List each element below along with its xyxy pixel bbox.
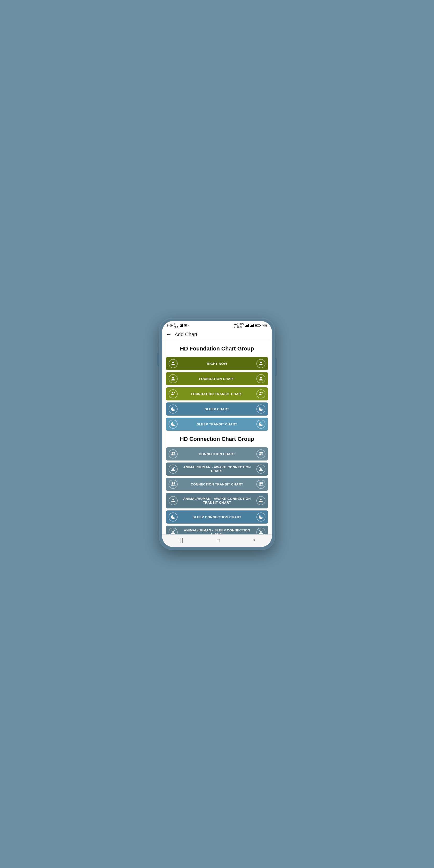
svg-point-33 <box>261 533 262 534</box>
connection-chart-icon-right <box>256 450 266 459</box>
svg-point-18 <box>172 482 173 484</box>
animal-awake-label: ANIMAL/HUMAN - AWAKE CONNECTION CHART <box>178 465 256 473</box>
nav-home-icon[interactable]: ◻ <box>217 537 220 543</box>
content-area[interactable]: HD Foundation Chart Group RIGHT NOW <box>162 340 272 534</box>
animal-awake-transit-icon-right <box>256 496 266 505</box>
sleep-connection-icon-left <box>168 513 178 522</box>
svg-point-2 <box>172 377 174 378</box>
animal-sleep-icon-left <box>168 528 178 534</box>
svg-point-17 <box>261 470 262 471</box>
battery-icon <box>255 324 261 327</box>
svg-point-29 <box>172 533 173 534</box>
animal-awake-transit-icon-left <box>168 496 178 505</box>
svg-point-9 <box>173 452 175 454</box>
right-now-icon-right <box>256 359 266 368</box>
animal-awake-transit-button[interactable]: ANIMAL/HUMAN - AWAKE CONNECTION TRANSIT … <box>166 493 268 508</box>
svg-point-32 <box>260 533 260 534</box>
svg-point-21 <box>261 482 263 484</box>
connection-group: HD Connection Chart Group CONNECTION CHA… <box>166 436 268 534</box>
sleep-chart-icon-left <box>168 404 178 413</box>
sleep-chart-label: SLEEP CHART <box>178 407 256 411</box>
connection-chart-label: CONNECTION CHART <box>178 452 256 456</box>
connection-transit-icon-right <box>256 480 266 489</box>
svg-point-10 <box>259 452 261 454</box>
svg-point-24 <box>174 502 174 502</box>
svg-point-14 <box>174 470 174 471</box>
status-bar: 8:00 0KB/s 🖼 ✉ • Vo)) LTE+LTE1 ↑↓ <box>162 321 272 329</box>
right-now-button[interactable]: RIGHT NOW <box>166 357 268 370</box>
svg-point-30 <box>174 533 174 534</box>
foundation-group: HD Foundation Chart Group RIGHT NOW <box>166 345 268 431</box>
animal-sleep-label: ANIMAL/HUMAN - SLEEP CONNECTION CHART <box>178 528 256 534</box>
nav-back-icon[interactable]: < <box>253 537 256 543</box>
svg-point-28 <box>172 531 174 532</box>
right-now-label: RIGHT NOW <box>178 362 256 366</box>
animal-awake-icon-left <box>168 465 178 474</box>
svg-point-6 <box>260 392 261 394</box>
sleep-chart-icon-right <box>256 404 266 413</box>
connection-chart-button[interactable]: CONNECTION CHART <box>166 447 268 461</box>
svg-point-5 <box>174 392 175 393</box>
foundation-chart-icon-right <box>256 374 266 383</box>
signal-bars-2 <box>250 324 254 327</box>
svg-point-13 <box>172 470 173 471</box>
svg-point-1 <box>260 362 262 363</box>
foundation-chart-button[interactable]: FOUNDATION CHART <box>166 372 268 385</box>
foundation-group-title: HD Foundation Chart Group <box>166 345 268 352</box>
svg-point-27 <box>261 502 262 502</box>
connection-transit-button[interactable]: CONNECTION TRANSIT CHART <box>166 478 268 491</box>
sleep-connection-icon-right <box>256 513 266 522</box>
svg-point-4 <box>172 392 173 394</box>
animal-sleep-icon-right <box>256 528 266 534</box>
nav-menu-icon[interactable]: ||| <box>178 537 184 543</box>
svg-point-0 <box>172 362 174 363</box>
foundation-chart-icon-left <box>168 374 178 383</box>
sleep-connection-chart-button[interactable]: SLEEP CONNECTION CHART <box>166 510 268 524</box>
animal-awake-transit-label: ANIMAL/HUMAN - AWAKE CONNECTION TRANSIT … <box>178 497 256 504</box>
foundation-transit-chart-button[interactable]: FOUNDATION TRANSIT CHART <box>166 387 268 400</box>
svg-point-7 <box>261 392 263 393</box>
svg-point-22 <box>172 499 174 501</box>
svg-point-31 <box>260 531 262 532</box>
sleep-transit-icon-right <box>256 420 266 429</box>
back-button[interactable]: ← <box>166 331 172 338</box>
svg-point-12 <box>172 468 174 469</box>
signal-bars <box>245 324 249 327</box>
svg-point-16 <box>260 470 260 471</box>
connection-chart-icon-left <box>168 450 178 459</box>
connection-transit-icon-left <box>168 480 178 489</box>
svg-point-25 <box>260 499 262 501</box>
foundation-chart-label: FOUNDATION CHART <box>178 377 256 381</box>
bottom-nav: ||| ◻ < <box>162 534 272 547</box>
phone-inner: 8:00 0KB/s 🖼 ✉ • Vo)) LTE+LTE1 ↑↓ <box>162 321 272 547</box>
screen: 8:00 0KB/s 🖼 ✉ • Vo)) LTE+LTE1 ↑↓ <box>162 321 272 547</box>
svg-point-26 <box>260 502 260 502</box>
connection-group-title: HD Connection Chart Group <box>166 436 268 442</box>
svg-point-11 <box>261 452 263 454</box>
status-right: Vo)) LTE+LTE1 ↑↓ <box>234 323 267 328</box>
animal-awake-icon-right <box>256 465 266 474</box>
svg-point-23 <box>172 502 173 502</box>
sleep-connection-label: SLEEP CONNECTION CHART <box>178 515 256 519</box>
svg-point-20 <box>259 482 261 484</box>
foundation-transit-label: FOUNDATION TRANSIT CHART <box>178 392 256 396</box>
page-title: Add Chart <box>175 332 197 337</box>
svg-point-3 <box>260 377 262 378</box>
foundation-transit-icon-right <box>256 389 266 398</box>
animal-awake-connection-button[interactable]: ANIMAL/HUMAN - AWAKE CONNECTION CHART <box>166 463 268 476</box>
svg-point-19 <box>173 482 175 484</box>
sleep-chart-button[interactable]: SLEEP CHART <box>166 402 268 415</box>
connection-transit-label: CONNECTION TRANSIT CHART <box>178 483 256 486</box>
status-time: 8:00 0KB/s 🖼 ✉ • <box>167 323 189 328</box>
svg-point-15 <box>260 468 262 469</box>
svg-point-8 <box>172 452 173 454</box>
right-now-icon-left <box>168 359 178 368</box>
foundation-transit-icon-left <box>168 389 178 398</box>
animal-sleep-connection-button[interactable]: ANIMAL/HUMAN - SLEEP CONNECTION CHART <box>166 526 268 534</box>
sleep-transit-label: SLEEP TRANSIT CHART <box>178 423 256 426</box>
top-bar: ← Add Chart <box>162 329 272 340</box>
sleep-transit-icon-left <box>168 420 178 429</box>
phone-frame: 8:00 0KB/s 🖼 ✉ • Vo)) LTE+LTE1 ↑↓ <box>159 318 275 550</box>
sleep-transit-chart-button[interactable]: SLEEP TRANSIT CHART <box>166 417 268 431</box>
